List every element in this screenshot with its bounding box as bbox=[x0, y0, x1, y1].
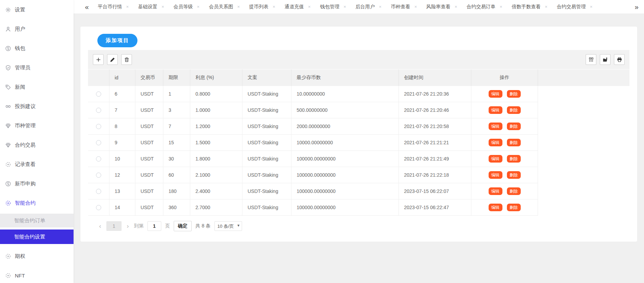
cell-interest: 0.8000 bbox=[190, 86, 242, 102]
tab-contract-manage[interactable]: 合约交易管理× bbox=[557, 4, 593, 10]
add-project-button[interactable]: 添加项目 bbox=[97, 34, 137, 47]
tab-close-icon[interactable]: × bbox=[379, 4, 382, 9]
sidebar-item-admin[interactable]: 管理员 bbox=[0, 58, 74, 77]
edit-button[interactable]: 编辑 bbox=[489, 123, 502, 130]
row-radio[interactable] bbox=[96, 156, 101, 162]
edit-button[interactable]: 编辑 bbox=[489, 171, 502, 179]
tab-wallet-manage[interactable]: 钱包管理× bbox=[320, 4, 346, 10]
sidebar-item-records[interactable]: 记录查看 bbox=[0, 155, 74, 174]
current-page-button[interactable]: 1 bbox=[106, 221, 122, 231]
tab-close-icon[interactable]: × bbox=[162, 4, 164, 9]
tab-close-icon[interactable]: × bbox=[197, 4, 200, 9]
row-radio[interactable] bbox=[96, 108, 101, 113]
cell-filler bbox=[538, 183, 629, 199]
column-header-created_at: 创建时间 bbox=[399, 69, 471, 86]
tab-basic-settings[interactable]: 基础设置× bbox=[138, 4, 164, 10]
sidebar-subitem-smart-contract-orders[interactable]: 智能合约订单 bbox=[0, 214, 74, 227]
tab-risk-rate[interactable]: 风险率查看× bbox=[426, 4, 457, 10]
sidebar-item-wallet[interactable]: 钱包 bbox=[0, 39, 74, 58]
table-header-row: id交易币期限利息 (%)文案最少存币数创建时间操作 bbox=[88, 69, 629, 86]
filter-columns-button[interactable] bbox=[586, 54, 596, 65]
cell-filler bbox=[538, 199, 629, 216]
tab-contract-orders[interactable]: 合约交易订单× bbox=[467, 4, 502, 10]
row-radio[interactable] bbox=[96, 124, 101, 129]
column-header-coin: 交易币 bbox=[135, 69, 163, 86]
delete-button[interactable]: 删除 bbox=[507, 204, 521, 211]
cell-min_deposit: 10.00000000 bbox=[291, 86, 399, 102]
tab-coin-view[interactable]: 币种查看× bbox=[391, 4, 417, 10]
edit-button[interactable]: 编辑 bbox=[489, 106, 502, 114]
cell-min_deposit: 100000.00000000 bbox=[291, 167, 399, 183]
tab-close-icon[interactable]: × bbox=[500, 4, 502, 9]
tab-close-icon[interactable]: × bbox=[273, 4, 276, 9]
cell-filler bbox=[538, 102, 629, 118]
row-radio[interactable] bbox=[96, 140, 101, 145]
tab-close-icon[interactable]: × bbox=[308, 4, 311, 9]
sidebar-item-nft[interactable]: NFT bbox=[0, 266, 74, 283]
cell-actions: 编辑删除 bbox=[471, 199, 538, 216]
tab-close-icon[interactable]: × bbox=[344, 4, 346, 9]
cell-id: 13 bbox=[109, 183, 135, 199]
print-button[interactable] bbox=[614, 54, 625, 65]
export-button[interactable] bbox=[600, 54, 611, 65]
tag-icon bbox=[5, 84, 11, 90]
delete-button[interactable]: 删除 bbox=[507, 90, 521, 98]
sidebar-item-smart-contract[interactable]: 智能合约 bbox=[0, 193, 74, 213]
cell-created_at: 2021-07-26 21:22:18 bbox=[399, 167, 471, 183]
tab-channel-recharge[interactable]: 通道充值× bbox=[285, 4, 311, 10]
cell-actions: 编辑删除 bbox=[471, 183, 538, 199]
cell-coin: USDT bbox=[135, 135, 163, 151]
tab-close-icon[interactable]: × bbox=[545, 4, 548, 9]
sidebar-item-settings[interactable]: 设置 bbox=[0, 0, 74, 19]
delete-row-button[interactable] bbox=[121, 54, 132, 65]
cell-term: 7 bbox=[163, 118, 190, 135]
row-radio[interactable] bbox=[96, 173, 101, 178]
prev-page-button[interactable]: ‹ bbox=[98, 223, 103, 229]
sidebar-item-options[interactable]: 期权 bbox=[0, 246, 74, 266]
tab-admin-users[interactable]: 后台用户× bbox=[355, 4, 382, 10]
tab-member-graph[interactable]: 会员关系图× bbox=[209, 4, 240, 10]
tab-multiplier-view[interactable]: 倍数手数查看× bbox=[512, 4, 548, 10]
tab-close-icon[interactable]: × bbox=[454, 4, 457, 9]
confirm-page-button[interactable]: 确定 bbox=[174, 221, 192, 231]
tabs-collapse-button[interactable]: « bbox=[85, 3, 89, 10]
cell-coin: USDT bbox=[135, 167, 163, 183]
edit-button[interactable]: 编辑 bbox=[489, 90, 502, 98]
tabs-expand-button[interactable]: » bbox=[635, 3, 638, 10]
sidebar-item-news[interactable]: 新闻 bbox=[0, 77, 74, 97]
delete-button[interactable]: 删除 bbox=[507, 106, 521, 114]
edit-row-button[interactable] bbox=[107, 54, 118, 65]
row-radio[interactable] bbox=[96, 189, 101, 194]
delete-button[interactable]: 删除 bbox=[507, 171, 521, 179]
sidebar-subitem-smart-contract-settings[interactable]: 智能合约设置 bbox=[0, 230, 74, 244]
cell-interest: 2.7000 bbox=[190, 199, 242, 216]
sidebar-item-new-coin-subscribe[interactable]: 新币申购 bbox=[0, 174, 74, 193]
next-page-button[interactable]: › bbox=[125, 223, 130, 229]
row-radio[interactable] bbox=[96, 91, 101, 97]
page-number-input[interactable] bbox=[147, 221, 161, 231]
tab-label: 平台币行情 bbox=[98, 4, 122, 10]
delete-button[interactable]: 删除 bbox=[507, 187, 521, 195]
delete-button[interactable]: 删除 bbox=[507, 139, 521, 146]
tab-close-icon[interactable]: × bbox=[126, 4, 129, 9]
edit-button[interactable]: 编辑 bbox=[489, 139, 502, 146]
edit-button[interactable]: 编辑 bbox=[489, 187, 502, 195]
sidebar-item-coin-manage[interactable]: 币种管理 bbox=[0, 116, 74, 135]
tab-close-icon[interactable]: × bbox=[237, 4, 240, 9]
add-row-button[interactable] bbox=[93, 54, 104, 65]
column-header-term: 期限 bbox=[163, 69, 190, 86]
tab-withdraw-list[interactable]: 提币列表× bbox=[249, 4, 276, 10]
row-radio[interactable] bbox=[96, 205, 101, 210]
edit-button[interactable]: 编辑 bbox=[489, 204, 502, 211]
tab-close-icon[interactable]: × bbox=[590, 4, 593, 9]
sidebar-item-users[interactable]: 用户 bbox=[0, 19, 74, 39]
delete-button[interactable]: 删除 bbox=[507, 123, 521, 130]
delete-button[interactable]: 删除 bbox=[507, 155, 521, 163]
page-size-select[interactable]: 10 条/页 bbox=[214, 221, 242, 231]
tab-member-level[interactable]: 会员等级× bbox=[173, 4, 200, 10]
tab-market-quotes[interactable]: 平台币行情× bbox=[98, 4, 129, 10]
tab-close-icon[interactable]: × bbox=[414, 4, 417, 9]
sidebar-item-contract-trade[interactable]: 合约交易 bbox=[0, 135, 74, 155]
sidebar-item-feedback[interactable]: 投拆建议 bbox=[0, 97, 74, 116]
edit-button[interactable]: 编辑 bbox=[489, 155, 502, 163]
